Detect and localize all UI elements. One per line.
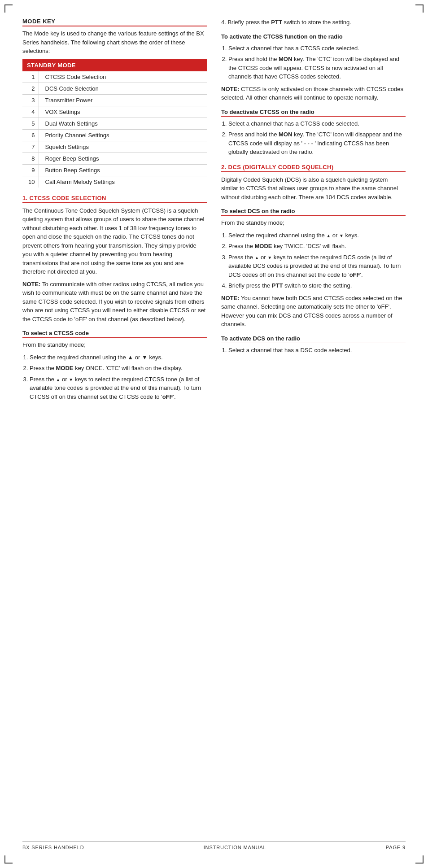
table-row: 6Priority Channel Settings [22,129,207,141]
table-row: 3Transmitter Power [22,94,207,106]
table-row: 4VOX Settings [22,106,207,118]
corner-mark-tr [415,4,424,13]
table-cell-label: Transmitter Power [39,94,207,106]
table-cell-number: 9 [22,164,39,176]
standby-mode-table: STANDBY MODE 1CTCSS Code Selection2DCS C… [22,59,207,188]
footer-product: BX SERIES HANDHELD [22,845,84,850]
deactivate-ctcss-step-1: Select a channel that has a CTCSS code s… [228,119,406,128]
table-cell-number: 4 [22,106,39,118]
dcs-step-4: Briefly press the PTT switch to store th… [228,281,406,290]
ctcss-section-heading: 1. CTCSS CODE SELECTION [22,195,207,203]
ctcss-activate-note: NOTE: CTCSS is only activated on those c… [221,85,406,102]
activate-ctcss-step-1: Select a channel that has a CTCSS code s… [228,44,406,53]
select-dcs-heading: To select DCS on the radio [221,208,406,216]
table-row: 9Button Beep Settings [22,164,207,176]
table-cell-number: 7 [22,141,39,153]
dcs-note-label: NOTE: [221,295,241,301]
right-column: 4. Briefly press the PTT switch to store… [221,18,406,831]
table-cell-label: Button Beep Settings [39,164,207,176]
table-cell-label: Squelch Settings [39,141,207,153]
corner-mark-bl [4,855,13,864]
ctcss-step-1: Select the required channel using the ▲ … [30,353,207,362]
activate-dcs-steps: Select a channel that has a DSC code sel… [228,346,406,355]
table-cell-number: 2 [22,83,39,94]
dcs-step-1: Select the required channel using the or… [228,231,406,240]
ctcss-step-3: Press the or keys to select the required… [30,375,207,401]
page-footer: BX SERIES HANDHELD INSTRUCTION MANUAL PA… [22,842,406,850]
select-ctcss-steps: Select the required channel using the ▲ … [30,353,207,401]
activate-ctcss-heading: To activate the CTCSS function on the ra… [221,33,406,41]
table-cell-label: Priority Channel Settings [39,129,207,141]
ctcss-activate-note-label: NOTE: [221,86,241,92]
ctcss-note-text: To communicate with other radios using C… [22,281,205,323]
corner-mark-br [415,855,424,864]
table-cell-number: 1 [22,71,39,83]
dcs-note: NOTE: You cannot have both DCS and CTCSS… [221,294,406,329]
table-cell-label: VOX Settings [39,106,207,118]
ctcss-note: NOTE: To communicate with other radios u… [22,280,207,324]
table-cell-number: 6 [22,129,39,141]
dcs-section-heading: 2. DCS (DIGITALLY CODED SQUELCH) [221,164,406,172]
corner-mark-tl [4,4,13,13]
table-cell-number: 3 [22,94,39,106]
deactivate-ctcss-heading: To deactivate CTCSS on the radio [221,109,406,117]
footer-manual: INSTRUCTION MANUAL [204,845,266,850]
table-cell-number: 5 [22,118,39,129]
activate-dcs-step-1: Select a channel that has a DSC code sel… [228,346,406,355]
mode-key-description: The Mode key is used to change the vario… [22,29,207,56]
ctcss-note-label: NOTE: [22,281,42,288]
table-row: 10Call Alarm Melody Settings [22,176,207,188]
right-step-4-ctcss: 4. Briefly press the PTT switch to store… [221,18,406,27]
table-cell-label: Roger Beep Settings [39,153,207,164]
left-column: MODE KEY The Mode key is used to change … [22,18,207,831]
deactivate-ctcss-step-2: Press and hold the MON key. The 'CTC' ic… [228,130,406,157]
table-row: 7Squelch Settings [22,141,207,153]
activate-dcs-heading: To activate DCS on the radio [221,335,406,343]
table-cell-number: 8 [22,153,39,164]
table-cell-label: Dual Watch Settings [39,118,207,129]
footer-page: PAGE 9 [386,845,406,850]
ctcss-activate-note-text: CTCSS is only activated on those channel… [221,86,403,101]
dcs-step-3: Press the or keys to select the required… [228,253,406,279]
table-cell-number: 10 [22,176,39,188]
table-cell-label: Call Alarm Melody Settings [39,176,207,188]
select-dcs-steps: Select the required channel using the or… [228,231,406,290]
from-standby-label-2: From the standby mode; [221,218,406,227]
activate-ctcss-step-2: Press and hold the MON key. The 'CTC' ic… [228,55,406,81]
table-cell-label: CTCSS Code Selection [39,71,207,83]
mode-key-heading: MODE KEY [22,18,207,26]
ctcss-description: The Continuous Tone Coded Squelch System… [22,206,207,276]
table-row: 2DCS Code Selection [22,83,207,94]
table-row: 5Dual Watch Settings [22,118,207,129]
deactivate-ctcss-steps: Select a channel that has a CTCSS code s… [228,119,406,157]
dcs-note-text: You cannot have both DCS and CTCSS codes… [221,295,402,328]
table-cell-label: DCS Code Selection [39,83,207,94]
activate-ctcss-steps: Select a channel that has a CTCSS code s… [228,44,406,81]
dcs-description: Digitally Coded Squelch (DCS) is also a … [221,175,406,202]
dcs-step-2: Press the MODE key TWICE. 'DCS' will fla… [228,242,406,251]
select-ctcss-heading: To select a CTCSS code [22,330,207,338]
table-row: 8Roger Beep Settings [22,153,207,164]
standby-mode-header: STANDBY MODE [22,59,207,71]
ctcss-step-2: Press the MODE key ONCE. 'CTC' will flas… [30,364,207,373]
from-standby-label-1: From the standby mode; [22,340,207,349]
table-row: 1CTCSS Code Selection [22,71,207,83]
